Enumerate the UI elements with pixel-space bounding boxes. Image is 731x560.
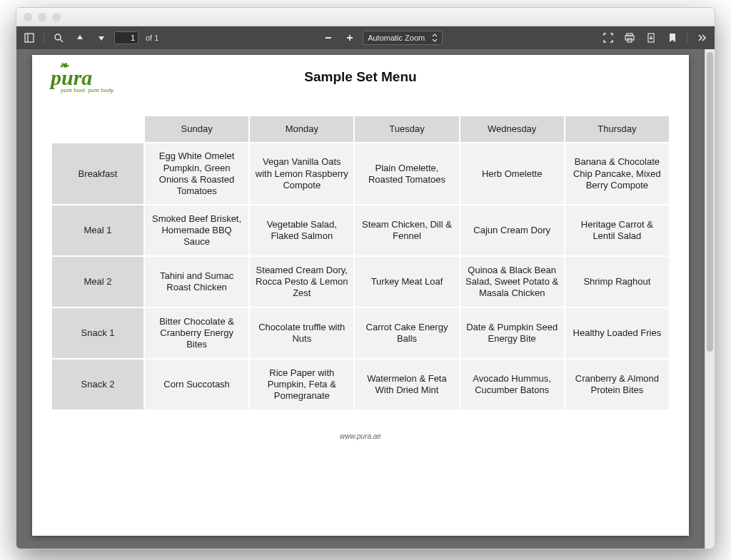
row-label: Snack 2: [51, 359, 144, 410]
minus-icon: [324, 34, 333, 42]
brand-logo: ❧ pura pure food. pure body.: [51, 68, 151, 93]
menu-cell: Plain Omelette, Roasted Tomatoes: [354, 143, 459, 205]
zoom-mode-label: Automatic Zoom: [368, 34, 425, 42]
menu-cell: Herb Omelette: [460, 143, 565, 205]
chevrons-right-icon: [697, 33, 707, 43]
download-button[interactable]: [642, 29, 660, 46]
viewer-area: ❧ pura pure food. pure body. Sample Set …: [16, 49, 715, 549]
fullscreen-icon: [603, 33, 613, 43]
menu-cell: Smoked Beef Brisket, Homemade BBQ Sauce: [144, 205, 249, 256]
window-min-dot[interactable]: [38, 13, 46, 21]
svg-line-3: [60, 39, 63, 42]
plus-icon: [346, 34, 354, 42]
window-close-dot[interactable]: [24, 13, 32, 21]
select-arrows-icon: [432, 34, 438, 42]
table-row: Breakfast Egg White Omelet Pumpkin, Gree…: [51, 143, 670, 205]
menu-cell: Banana & Chocolate Chip Pancake, Mixed B…: [565, 143, 670, 205]
table-row: Meal 2 Tahini and Sumac Roast Chicken St…: [51, 256, 670, 307]
page-count-label: of 1: [146, 34, 158, 42]
menu-cell: Avocado Hummus, Cucumber Batons: [460, 359, 565, 410]
menu-cell: Vegetable Salad, Flaked Salmon: [249, 205, 354, 256]
find-button[interactable]: [50, 29, 67, 46]
menu-cell: Carrot Cake Energy Balls: [354, 307, 459, 359]
app-window: of 1 Automatic Zoom: [16, 7, 715, 549]
vertical-scrollbar[interactable]: [705, 49, 715, 549]
search-icon: [54, 33, 64, 43]
print-button[interactable]: [621, 29, 638, 46]
tools-menu-button[interactable]: [693, 29, 710, 46]
sidebar-icon: [24, 33, 34, 43]
page-number-input[interactable]: [114, 31, 138, 44]
bookmark-icon: [668, 33, 677, 43]
presentation-button[interactable]: [600, 29, 617, 46]
menu-cell: Bitter Chocolate & Cranberry Energy Bite…: [144, 307, 249, 359]
svg-rect-8: [625, 36, 634, 40]
table-header-row: Sunday Monday Tuesday Wednesday Thursday: [51, 116, 670, 143]
menu-cell: Shrimp Raghout: [565, 256, 670, 307]
svg-point-2: [55, 34, 61, 40]
day-header: Thursday: [565, 116, 670, 143]
toolbar-separator: [44, 31, 44, 44]
zoom-out-button[interactable]: [320, 29, 337, 46]
row-label: Meal 1: [51, 205, 144, 256]
row-label: Meal 2: [51, 256, 144, 307]
document-title: Sample Set Menu: [151, 68, 570, 85]
menu-cell: Turkey Meat Loaf: [354, 256, 459, 307]
download-icon: [646, 33, 656, 43]
row-label: Breakfast: [51, 143, 144, 205]
pdf-page: ❧ pura pure food. pure body. Sample Set …: [32, 55, 689, 536]
next-page-button[interactable]: [93, 29, 110, 46]
toolbar-separator: [687, 31, 687, 44]
menu-cell: Date & Pumpkin Seed Energy Bite: [460, 307, 565, 359]
viewer-scroll[interactable]: ❧ pura pure food. pure body. Sample Set …: [16, 49, 705, 549]
scrollbar-thumb[interactable]: [707, 52, 713, 352]
prev-page-button[interactable]: [71, 29, 89, 46]
menu-cell: Chocolate truffle with Nuts: [249, 307, 354, 359]
table-row: Meal 1 Smoked Beef Brisket, Homemade BBQ…: [51, 205, 670, 256]
day-header: Wednesday: [460, 116, 565, 143]
menu-cell: Vegan Vanilla Oats with Lemon Raspberry …: [249, 143, 354, 205]
day-header: Sunday: [144, 116, 249, 143]
menu-cell: Corn Succotash: [144, 359, 249, 410]
leaf-icon: ❧: [59, 61, 69, 71]
day-header: Monday: [249, 116, 354, 143]
menu-cell: Healthy Loaded Fries: [565, 307, 670, 359]
menu-cell: Watermelon & Feta With Dried Mint: [354, 359, 459, 410]
mac-titlebar: [16, 8, 715, 26]
pdf-toolbar: of 1 Automatic Zoom: [16, 26, 715, 49]
bookmark-button[interactable]: [664, 29, 681, 46]
menu-cell: Heritage Carrot & Lentil Salad: [565, 205, 670, 256]
table-row: Snack 1 Bitter Chocolate & Cranberry Ene…: [51, 307, 670, 359]
svg-rect-0: [25, 34, 34, 42]
footer-url: www.pura.ae: [51, 432, 670, 440]
table-header-blank: [51, 116, 144, 143]
table-row: Snack 2 Corn Succotash Rice Paper with P…: [51, 359, 670, 410]
day-header: Tuesday: [354, 116, 459, 143]
row-label: Snack 1: [51, 307, 144, 359]
menu-table: Sunday Monday Tuesday Wednesday Thursday…: [51, 115, 670, 411]
menu-cell: Steam Chicken, Dill & Fennel: [354, 205, 459, 256]
sidebar-toggle-button[interactable]: [21, 29, 38, 46]
menu-cell: Cranberry & Almond Protein Bites: [565, 359, 670, 410]
arrow-up-icon: [76, 34, 84, 42]
brand-name: ❧ pura: [51, 68, 151, 87]
menu-cell: Quinoa & Black Bean Salad, Sweet Potato …: [460, 256, 565, 307]
page-header: ❧ pura pure food. pure body. Sample Set …: [51, 68, 670, 93]
menu-cell: Rice Paper with Pumpkin, Feta & Pomegran…: [249, 359, 354, 410]
zoom-in-button[interactable]: [341, 29, 358, 46]
zoom-mode-select[interactable]: Automatic Zoom: [363, 31, 443, 45]
window-max-dot[interactable]: [52, 13, 61, 21]
menu-cell: Egg White Omelet Pumpkin, Green Onions &…: [144, 143, 249, 205]
menu-cell: Steamed Cream Dory, Rocca Pesto & Lemon …: [249, 256, 354, 307]
print-icon: [625, 33, 635, 43]
menu-cell: Tahini and Sumac Roast Chicken: [144, 256, 249, 307]
arrow-down-icon: [97, 34, 106, 42]
menu-cell: Cajun Cream Dory: [460, 205, 565, 256]
